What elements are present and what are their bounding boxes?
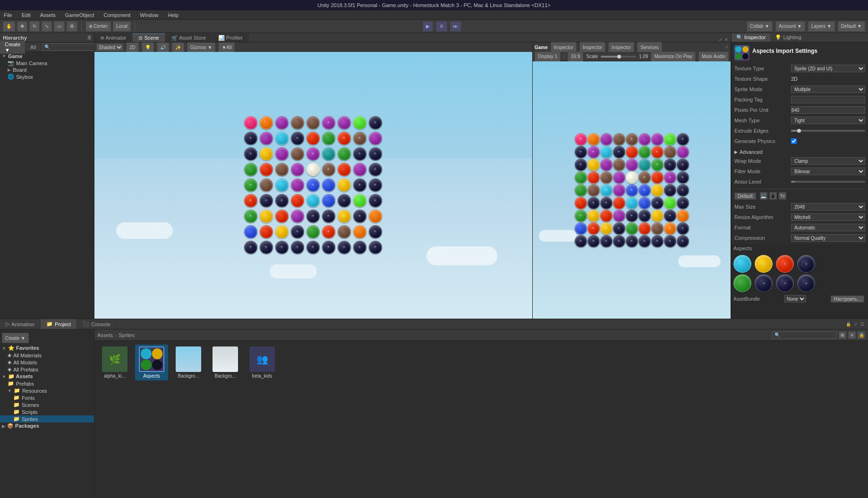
game-grid[interactable]: ✦✦✦✦✦✦✦✦✦✦✦✦✦✦✦✦✦✦✦✦✦✦✦✦✦✦✦✦✦✦✦✦✦✦✦✦✦✦✦✦… xyxy=(575,133,689,247)
breadcrumb-sprites[interactable]: Sprites xyxy=(119,332,135,338)
layout-button[interactable]: Default ▼ xyxy=(838,21,865,32)
packing-tag-input[interactable] xyxy=(791,96,865,103)
tree-all-materials[interactable]: ◈ All Materials xyxy=(0,352,94,359)
filter-mode-select[interactable]: Bilinear xyxy=(791,168,865,175)
generate-physics-check[interactable] xyxy=(791,138,865,144)
maximize-game[interactable]: ⤢ xyxy=(725,45,729,50)
tree-fonts[interactable]: 📁 Fonts xyxy=(0,394,94,401)
step-button[interactable]: ⏭ xyxy=(450,21,461,32)
tab-scene[interactable]: ⊙ Scene xyxy=(133,34,165,42)
view-list[interactable]: ≡ xyxy=(848,331,856,339)
move-tool[interactable]: ✥ xyxy=(17,21,27,32)
options-icon[interactable]: ☰ xyxy=(860,322,864,327)
shade-mode[interactable]: Shaded xyxy=(96,43,123,51)
close-scene[interactable]: ✕ xyxy=(724,37,728,42)
mesh-type-value[interactable]: Tight xyxy=(791,117,865,124)
settings-button[interactable]: Настроить... xyxy=(831,295,864,303)
extrude-edges-slider[interactable] xyxy=(791,130,865,132)
tree-item-game[interactable]: ▼ Game xyxy=(0,53,94,59)
platform-icon-1[interactable]: 💻 xyxy=(760,192,767,200)
tree-sprites[interactable]: 📁 Sprites xyxy=(0,415,94,422)
asset-beta-kids[interactable]: 👥 beta_kids xyxy=(246,345,279,380)
scene-audio[interactable]: 🔊 xyxy=(157,42,169,52)
inspector-btn2[interactable]: Inspector xyxy=(579,42,605,52)
platform-icon-3[interactable]: Tv xyxy=(779,192,786,200)
project-create-btn[interactable]: Create ▼ xyxy=(2,333,29,343)
project-search[interactable] xyxy=(772,331,837,339)
collab-button[interactable]: Collab ▼ xyxy=(747,21,773,32)
lock-icon[interactable]: 🔒 xyxy=(846,322,851,327)
max-size-value[interactable]: 2048 xyxy=(791,203,865,211)
extrude-slider-handle[interactable] xyxy=(797,129,801,133)
tree-item-camera[interactable]: 📷 Main Camera xyxy=(0,59,94,67)
inspector-btn1[interactable]: Inspector xyxy=(551,42,577,52)
format-select[interactable]: Automatic xyxy=(791,224,865,231)
rect-tool[interactable]: ▭ xyxy=(54,21,65,32)
scene-light[interactable]: 💡 xyxy=(142,42,154,52)
view-icons[interactable]: ⊞ xyxy=(839,331,846,339)
asset-background-1[interactable]: Backgro... xyxy=(172,345,205,380)
generate-physics-checkbox[interactable] xyxy=(791,138,797,144)
services-btn[interactable]: Services xyxy=(637,42,662,52)
tab-lighting[interactable]: 💡 Lighting xyxy=(770,34,806,42)
tree-scenes[interactable]: 📁 Scenes xyxy=(0,401,94,408)
tree-prefabs[interactable]: 📁 Prefabs xyxy=(0,380,94,387)
lock-view[interactable]: 🔒 xyxy=(858,331,865,339)
tab-asset-store[interactable]: 🛒 Asset Store xyxy=(166,34,212,42)
2d-mode[interactable]: 2D xyxy=(126,42,139,52)
tree-packages[interactable]: ▶ 📦 Packages xyxy=(0,422,94,430)
menu-component[interactable]: Component xyxy=(102,11,132,19)
pivot-button[interactable]: ⊕ Center xyxy=(85,21,111,32)
mesh-type-select[interactable]: Tight xyxy=(791,117,865,124)
tree-scripts[interactable]: 📁 Scripts xyxy=(0,408,94,415)
maximize-btn[interactable]: Maximize On Play xyxy=(651,51,696,62)
menu-file[interactable]: File xyxy=(2,11,14,19)
all-button[interactable]: All xyxy=(26,43,41,51)
tab-animation[interactable]: ▷ Animation xyxy=(0,319,41,329)
menu-help[interactable]: Help xyxy=(166,11,180,19)
breadcrumb-assets[interactable]: Assets xyxy=(97,332,113,338)
play-button[interactable]: ▶ xyxy=(423,21,433,32)
tree-all-models[interactable]: ◈ All Models xyxy=(0,359,94,366)
texture-type-value[interactable]: Sprite (2D and UI) xyxy=(791,65,865,72)
sprite-mode-select[interactable]: Multiple xyxy=(791,85,865,93)
default-button[interactable]: Default xyxy=(734,193,756,200)
menu-window[interactable]: Window xyxy=(138,11,160,19)
maximize-scene[interactable]: ⤢ xyxy=(719,37,723,42)
asset-alpha-ki[interactable]: 🌿 alpha_ki... xyxy=(98,345,131,380)
texture-type-select[interactable]: Sprite (2D and UI) xyxy=(791,65,865,72)
tab-profiler[interactable]: 📊 Profiler xyxy=(213,34,249,42)
hierarchy-options[interactable]: ☰ xyxy=(87,35,91,40)
scene-view[interactable]: Shaded 2D 💡 🔊 ✨ Gizmos ▼ ▼All xyxy=(94,42,533,319)
tree-assets[interactable]: ▼ 📁 Assets xyxy=(0,373,94,380)
rotate-tool[interactable]: ↻ xyxy=(29,21,40,32)
maximize-icon[interactable]: ⤢ xyxy=(854,322,858,327)
filter-mode-value[interactable]: Bilinear xyxy=(791,168,865,175)
account-button[interactable]: Account ▼ xyxy=(775,21,805,32)
scene-grid[interactable]: ✦✦✦✦✦✦✦✦✦✦✦✦✦✦✦✦✦✦✦✦✦✦✦✦✦✦✦✦✦✦✦✦✦✦✦✦✦✦✦ xyxy=(244,116,383,255)
tab-console[interactable]: ⬛ Console xyxy=(77,319,116,329)
menu-assets[interactable]: Assets xyxy=(38,11,58,19)
scale-handle[interactable] xyxy=(617,55,621,59)
scene-fx[interactable]: ✨ xyxy=(172,42,184,52)
tree-resources[interactable]: ▼ 📁 Resources xyxy=(0,387,94,394)
aniso-slider-bar[interactable] xyxy=(791,181,865,183)
resize-algo-select[interactable]: Mitchell xyxy=(791,213,865,221)
wrap-mode-value[interactable]: Clamp xyxy=(791,157,865,165)
max-size-select[interactable]: 2048 xyxy=(791,203,865,211)
pixels-per-unit-input[interactable] xyxy=(791,106,865,114)
aspect-btn[interactable]: 16:9 xyxy=(568,51,583,62)
tree-item-skybox[interactable]: 🌐 Skybox xyxy=(0,73,94,80)
inspector-btn3[interactable]: Inspector xyxy=(608,42,634,52)
extrude-slider-bar[interactable] xyxy=(791,130,865,132)
tab-project[interactable]: 📁 Project xyxy=(41,319,77,329)
scale-tool[interactable]: ⤡ xyxy=(42,21,52,32)
asset-aspects[interactable]: Aspects xyxy=(135,345,168,380)
tab-inspector[interactable]: 🔍 Inspector xyxy=(732,34,770,42)
hand-tool[interactable]: ✋ xyxy=(3,21,15,32)
platform-icon-2[interactable]: 📱 xyxy=(769,192,777,200)
transform-tool[interactable]: ⚙ xyxy=(67,21,77,32)
tree-all-prefabs[interactable]: ◈ All Prefabs xyxy=(0,366,94,373)
tree-item-board[interactable]: ▶ Board xyxy=(0,67,94,73)
display-btn[interactable]: Display 1 xyxy=(535,51,561,62)
